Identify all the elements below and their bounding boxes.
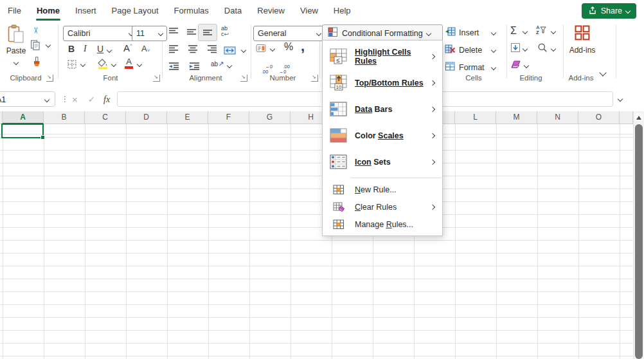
copy-icon[interactable] xyxy=(30,40,40,53)
chevron-down-icon[interactable] xyxy=(523,46,528,51)
enter-icon[interactable]: ✓ xyxy=(88,87,95,111)
autosum-button[interactable]: Σ xyxy=(510,25,517,37)
chevron-down-icon[interactable] xyxy=(270,46,275,51)
chevron-down-icon[interactable] xyxy=(524,63,529,68)
chevron-down-icon[interactable] xyxy=(241,48,246,53)
menu-item-color-scales[interactable]: Color Scales xyxy=(323,122,442,149)
tab-file[interactable]: File xyxy=(0,0,29,21)
column-header-b[interactable]: B xyxy=(44,111,85,124)
column-header-n[interactable]: N xyxy=(537,111,578,124)
tab-view[interactable]: View xyxy=(292,0,326,21)
conditional-formatting-icon xyxy=(328,27,338,39)
align-right-button[interactable] xyxy=(207,44,217,56)
tab-data[interactable]: Data xyxy=(217,0,249,21)
name-box[interactable]: A1 xyxy=(0,91,55,107)
cancel-icon[interactable]: × xyxy=(72,87,78,111)
insert-button[interactable]: Insert xyxy=(445,26,496,39)
cut-icon[interactable]: ✂ xyxy=(31,27,40,34)
comma-style-button[interactable]: , xyxy=(301,38,305,55)
chevron-down-icon[interactable] xyxy=(137,62,142,67)
selected-cell-a1[interactable] xyxy=(1,124,44,138)
number-format-combo[interactable]: General xyxy=(253,26,325,41)
column-header-d[interactable]: D xyxy=(126,111,167,124)
center-button[interactable] xyxy=(188,44,198,56)
expand-formula-bar-chevron-icon[interactable] xyxy=(618,97,623,102)
menu-item-new-rule[interactable]: New Rule... xyxy=(323,181,442,198)
bold-button[interactable]: B xyxy=(68,44,75,54)
fill-down-button[interactable] xyxy=(510,42,521,55)
number-dialog-launcher-icon[interactable] xyxy=(311,75,318,82)
column-header-c[interactable]: C xyxy=(85,111,126,124)
font-dialog-launcher-icon[interactable] xyxy=(153,75,160,82)
decrease-font-size-button[interactable]: A˅ xyxy=(141,44,150,53)
chevron-down-icon[interactable] xyxy=(46,42,51,48)
scrollbar-thumb[interactable] xyxy=(635,124,643,359)
font-size-combo[interactable]: 11 xyxy=(132,26,167,41)
chevron-down-icon[interactable] xyxy=(551,46,556,51)
tab-review[interactable]: Review xyxy=(249,0,292,21)
menu-item-manage-rules[interactable]: Manage Rules... xyxy=(323,216,442,233)
delete-button[interactable]: Delete xyxy=(445,44,496,57)
format-painter-icon[interactable] xyxy=(31,57,42,69)
column-header-g[interactable]: G xyxy=(249,111,291,124)
fill-color-button[interactable] xyxy=(98,59,108,72)
decrease-indent-button[interactable] xyxy=(168,61,179,73)
accounting-format-button[interactable] xyxy=(256,43,267,56)
spreadsheet-cells[interactable] xyxy=(0,124,633,359)
insert-function-icon[interactable]: fx xyxy=(103,87,110,111)
align-left-button[interactable] xyxy=(168,44,179,56)
sort-filter-button[interactable]: AZ xyxy=(536,25,546,35)
bottom-align-button-selected[interactable] xyxy=(198,24,217,41)
tab-insert[interactable]: Insert xyxy=(67,0,104,21)
menu-item-top-bottom-rules[interactable]: 10Top/Bottom Rules xyxy=(323,69,442,96)
chevron-down-icon[interactable] xyxy=(523,29,528,34)
tab-page-layout[interactable]: Page Layout xyxy=(104,0,166,21)
column-header-o[interactable]: O xyxy=(578,111,620,124)
fill-handle[interactable] xyxy=(40,135,45,140)
column-header-f[interactable]: F xyxy=(208,111,249,124)
orientation-button[interactable]: ab↗ xyxy=(211,60,224,68)
clipboard-dialog-launcher-icon[interactable] xyxy=(46,75,53,82)
alignment-dialog-launcher-icon[interactable] xyxy=(240,75,247,82)
chevron-down-icon[interactable] xyxy=(551,29,556,34)
clear-button[interactable] xyxy=(510,60,521,72)
tab-help[interactable]: Help xyxy=(326,0,359,21)
menu-item-clear-rules[interactable]: Clear Rules xyxy=(323,198,442,216)
more-options-icon[interactable]: ⋮ xyxy=(61,87,69,111)
find-select-icon[interactable] xyxy=(537,42,548,55)
format-button[interactable]: Format xyxy=(445,61,496,74)
add-ins-button[interactable]: Add-ins xyxy=(566,25,599,55)
underline-button[interactable]: U xyxy=(97,44,103,54)
tab-home[interactable]: Home xyxy=(29,0,67,21)
menu-item-data-bars[interactable]: Data Bars xyxy=(323,96,442,122)
top-align-button[interactable] xyxy=(168,27,179,39)
column-header-a[interactable]: A xyxy=(3,111,44,124)
font-name-combo[interactable]: Calibri xyxy=(63,26,138,41)
column-header-e[interactable]: E xyxy=(167,111,208,124)
share-button[interactable]: Share xyxy=(582,3,636,19)
merge-center-button[interactable] xyxy=(224,46,236,57)
menu-item-highlight-cells-rules[interactable]: ≤Highlight Cells Rules xyxy=(323,43,442,69)
increase-font-size-button[interactable]: A^ xyxy=(123,42,132,53)
chevron-down-icon[interactable] xyxy=(111,62,116,67)
italic-button[interactable]: I xyxy=(84,44,87,54)
menu-item-label: Manage Rules... xyxy=(355,220,442,229)
chevron-down-icon[interactable] xyxy=(227,63,232,68)
increase-indent-button[interactable] xyxy=(189,61,200,73)
column-header-l[interactable]: L xyxy=(455,111,496,124)
chevron-down-icon[interactable] xyxy=(80,62,85,67)
menu-item-icon-sets[interactable]: Icon Sets xyxy=(323,149,442,175)
conditional-formatting-button[interactable]: Conditional Formatting xyxy=(322,24,443,42)
top-bottom-rules-icon: 10 xyxy=(329,75,348,91)
tab-formulas[interactable]: Formulas xyxy=(166,0,217,21)
borders-button[interactable] xyxy=(67,59,77,72)
percent-style-button[interactable]: % xyxy=(284,41,293,53)
chevron-down-icon[interactable] xyxy=(107,48,112,53)
chevron-down-icon xyxy=(491,48,496,53)
middle-align-button[interactable] xyxy=(186,27,197,39)
paste-button[interactable]: Paste xyxy=(4,24,28,69)
column-header-m[interactable]: M xyxy=(496,111,537,124)
font-color-button[interactable]: A xyxy=(125,57,133,69)
scroll-up-arrow-icon[interactable] xyxy=(635,113,643,123)
wrap-text-button[interactable]: abc↩ xyxy=(221,26,229,37)
